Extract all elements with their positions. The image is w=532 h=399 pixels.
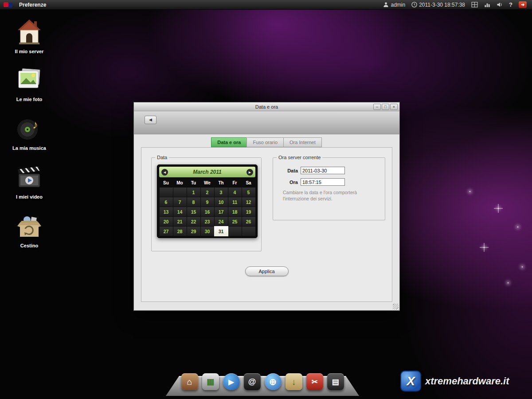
calendar-day[interactable]: 29 bbox=[187, 227, 200, 236]
desktop-icon-label: Le mie foto bbox=[6, 97, 52, 102]
server-time-group-label: Ora server corrente bbox=[277, 155, 322, 160]
desktop-icon-my-videos[interactable]: I miei video bbox=[6, 165, 52, 200]
calendar-day[interactable]: 8 bbox=[187, 197, 200, 207]
calendar-day[interactable]: 20 bbox=[160, 217, 173, 226]
weekday-label: Sa bbox=[242, 179, 255, 187]
calendar-day[interactable]: 3 bbox=[215, 188, 228, 197]
menubar: Preferenze admin 2011-3-30 18:57:38 ? ➜ bbox=[0, 0, 532, 10]
calendar-month-label: March 2011 bbox=[168, 169, 246, 175]
svg-text:♪: ♪ bbox=[32, 118, 38, 131]
home-icon[interactable]: ⌂ bbox=[181, 373, 198, 390]
desktop-icon-label: La mia musica bbox=[6, 145, 52, 151]
calendar-day[interactable]: 13 bbox=[160, 207, 173, 216]
desktop-icon-trash[interactable]: Cestino bbox=[6, 214, 52, 248]
utilities-icon[interactable]: ✂ bbox=[306, 373, 323, 390]
app-logo-icon[interactable] bbox=[4, 2, 15, 8]
datetime: 2011-3-30 18:57:38 bbox=[419, 2, 465, 8]
calendar-day[interactable]: 23 bbox=[201, 217, 214, 226]
calendar-day[interactable]: 10 bbox=[215, 197, 228, 207]
calendar-day[interactable]: 25 bbox=[228, 217, 242, 226]
server-time-input[interactable] bbox=[301, 178, 345, 186]
tab-timezone[interactable]: Fuso orario bbox=[246, 137, 284, 147]
calendar-day[interactable]: 7 bbox=[173, 197, 187, 207]
calendar-day[interactable]: 24 bbox=[215, 217, 228, 226]
resize-handle[interactable] bbox=[393, 304, 399, 309]
calendar-prev-icon[interactable]: ◀ bbox=[161, 169, 168, 176]
calendar-day[interactable]: 2 bbox=[201, 188, 214, 197]
minimize-icon[interactable]: – bbox=[373, 104, 381, 110]
desktop-icon-label: Cestino bbox=[6, 243, 52, 248]
calendar-day-empty bbox=[160, 188, 173, 197]
calendar-day-empty bbox=[228, 227, 242, 236]
calendar-day[interactable]: 26 bbox=[242, 217, 255, 226]
desktop-icon-my-music[interactable]: ♪ La mia musica bbox=[6, 116, 52, 151]
calendar-day-selected[interactable]: 31 bbox=[215, 227, 228, 236]
calendar-day[interactable]: 27 bbox=[160, 227, 173, 236]
contacts-icon[interactable]: @ bbox=[244, 373, 261, 390]
sparkle bbox=[521, 266, 523, 268]
calendar-header: ◀ March 2011 ▶ bbox=[159, 167, 255, 177]
date-groupbox: Data ◀ March 2011 ▶ Su Mo Tu We Th Fr bbox=[151, 155, 262, 251]
media-player-icon[interactable]: ▶ bbox=[223, 373, 240, 390]
calendar-day[interactable]: 4 bbox=[228, 188, 242, 197]
calendar: ◀ March 2011 ▶ Su Mo Tu We Th Fr Sa bbox=[157, 164, 258, 238]
calendar-grid: Su Mo Tu We Th Fr Sa 1 2 3 4 5 bbox=[159, 179, 255, 236]
calendar-day[interactable]: 12 bbox=[242, 197, 255, 207]
calendar-day[interactable]: 30 bbox=[201, 227, 214, 236]
app-title: Preferenze bbox=[19, 2, 46, 8]
calendar-day[interactable]: 5 bbox=[242, 188, 255, 197]
resource-monitor-icon[interactable] bbox=[484, 2, 490, 8]
toolbox-icon[interactable]: ▤ bbox=[327, 373, 344, 390]
calendar-day[interactable]: 1 bbox=[187, 188, 200, 197]
weekday-label: Mo bbox=[173, 179, 187, 187]
close-icon[interactable]: × bbox=[390, 104, 398, 110]
username: admin bbox=[391, 2, 405, 8]
download-icon[interactable]: ↓ bbox=[286, 373, 302, 390]
calendar-day-empty bbox=[242, 227, 255, 236]
desktop-icon-label: Il mio server bbox=[6, 49, 52, 54]
calendar-day[interactable]: 21 bbox=[173, 217, 187, 226]
maximize-icon[interactable]: □ bbox=[382, 104, 389, 110]
sparkle bbox=[497, 207, 499, 209]
calendar-day[interactable]: 14 bbox=[173, 207, 187, 216]
web-icon[interactable]: ⊕ bbox=[265, 373, 282, 390]
help-button[interactable]: ? bbox=[509, 1, 512, 8]
calendar-day[interactable]: 15 bbox=[187, 207, 200, 216]
sparkle bbox=[483, 246, 485, 248]
xtremehardware-logo-icon: X bbox=[400, 371, 421, 391]
server-time-groupbox: Ora server corrente Data Ora Cambiare la… bbox=[273, 155, 385, 220]
calendar-day[interactable]: 28 bbox=[173, 227, 187, 236]
user-menu[interactable]: admin bbox=[383, 2, 405, 8]
dialog-titlebar[interactable]: Data e ora – □ × bbox=[134, 102, 399, 111]
clock-menu[interactable]: 2011-3-30 18:57:38 bbox=[411, 2, 465, 8]
calendar-day[interactable]: 18 bbox=[228, 207, 242, 216]
watermark-text: xtremehardware.it bbox=[425, 376, 509, 387]
desktop-icon-my-server[interactable]: Il mio server bbox=[6, 19, 52, 54]
weekday-label: Th bbox=[215, 179, 228, 187]
calendar-day[interactable]: 17 bbox=[215, 207, 228, 216]
desktop-icon-my-photos[interactable]: Le mie foto bbox=[6, 67, 52, 102]
apply-button[interactable]: Applica bbox=[245, 266, 289, 276]
clock-icon bbox=[411, 2, 417, 8]
dock: ⌂ ▦ ▶ @ ⊕ ↓ ✂ ▤ bbox=[166, 369, 359, 390]
user-icon bbox=[383, 2, 389, 8]
calendar-day[interactable]: 19 bbox=[242, 207, 255, 216]
volume-icon[interactable] bbox=[497, 2, 503, 8]
calendar-day[interactable]: 16 bbox=[201, 207, 214, 216]
tab-internet-time[interactable]: Ora Internet bbox=[283, 137, 322, 147]
server-date-input[interactable] bbox=[301, 167, 345, 174]
calendar-day[interactable]: 11 bbox=[228, 197, 242, 207]
logout-icon[interactable]: ➜ bbox=[519, 1, 527, 8]
widgets-icon[interactable] bbox=[471, 2, 478, 8]
calendar-day[interactable]: 9 bbox=[201, 197, 214, 207]
date-group-label: Data bbox=[155, 155, 169, 160]
calendar-day[interactable]: 22 bbox=[187, 217, 200, 226]
dialog-title: Data e ora bbox=[255, 104, 278, 110]
weekday-label: Fr bbox=[228, 179, 242, 187]
tab-date-time[interactable]: Data e ora bbox=[211, 137, 247, 147]
calendar-day[interactable]: 6 bbox=[160, 197, 173, 207]
photos-icon[interactable]: ▦ bbox=[202, 373, 219, 390]
weekday-label: We bbox=[201, 179, 214, 187]
calendar-next-icon[interactable]: ▶ bbox=[246, 169, 253, 176]
back-button[interactable]: ◀ bbox=[145, 116, 156, 124]
